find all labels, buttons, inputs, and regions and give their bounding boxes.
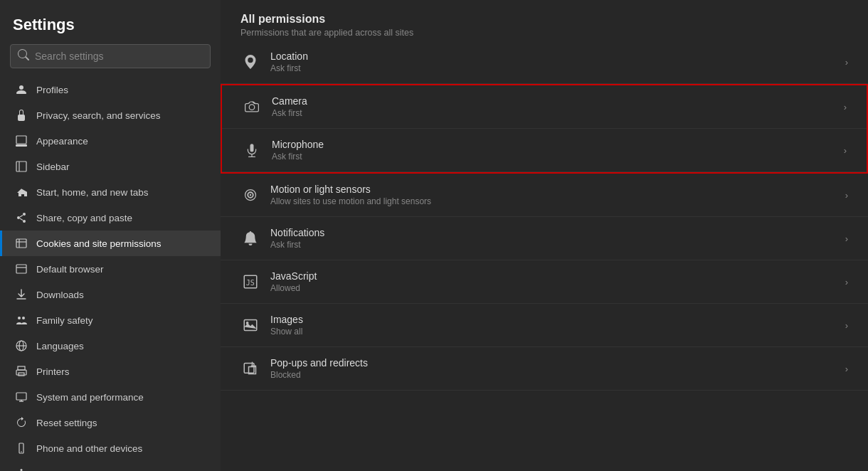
- reset-icon: [15, 416, 28, 429]
- images-icon: [240, 315, 260, 335]
- sidebar-item-printers[interactable]: Printers: [0, 359, 221, 384]
- section-subtitle: Permissions that are applied across all …: [240, 28, 848, 38]
- svg-text:JS: JS: [246, 279, 255, 287]
- images-desc: Show all: [270, 327, 838, 337]
- sidebar-item-label: Profiles: [36, 85, 68, 95]
- motion-desc: Allow sites to use motion and light sens…: [270, 196, 838, 206]
- permission-item-javascript[interactable]: JS JavaScript Allowed ›: [221, 260, 868, 304]
- sidebar-item-label: Default browser: [36, 264, 104, 275]
- sidebar-item-default-browser[interactable]: Default browser: [0, 256, 221, 282]
- location-text: Location Ask first: [270, 51, 838, 73]
- svg-point-6: [17, 216, 20, 219]
- main-content: All permissions Permissions that are app…: [221, 0, 868, 471]
- svg-rect-3: [16, 162, 26, 171]
- sidebar-item-reset[interactable]: Reset settings: [0, 410, 221, 435]
- popups-chevron: ›: [845, 364, 848, 374]
- popups-text: Pop-ups and redirects Blocked: [270, 357, 838, 380]
- javascript-name: JavaScript: [270, 270, 838, 282]
- sidebar-item-languages[interactable]: Languages: [0, 333, 221, 359]
- sidebar-item-sidebar[interactable]: Sidebar: [0, 154, 221, 179]
- location-chevron: ›: [845, 57, 848, 68]
- sidebar-item-label: Phone and other devices: [36, 443, 142, 454]
- permission-item-images[interactable]: Images Show all ›: [221, 304, 868, 347]
- sidebar-icon: [15, 160, 28, 173]
- popups-icon: [240, 359, 260, 379]
- svg-line-8: [20, 216, 23, 218]
- microphone-desc: Ask first: [272, 152, 837, 162]
- permission-item-motion[interactable]: Motion or light sensors Allow sites to u…: [221, 174, 868, 217]
- svg-point-35: [246, 322, 249, 324]
- microphone-icon: [242, 140, 262, 160]
- svg-rect-23: [16, 393, 26, 400]
- camera-chevron: ›: [844, 102, 847, 112]
- sidebar-item-label: Printers: [36, 366, 70, 377]
- sidebar-item-cookies[interactable]: Cookies and site permissions: [0, 231, 221, 256]
- sidebar-item-label: Reset settings: [36, 418, 97, 428]
- sidebar-item-label: System and performance: [36, 392, 144, 403]
- system-icon: [15, 391, 28, 403]
- motion-name: Motion or light sensors: [270, 184, 838, 195]
- images-name: Images: [270, 314, 838, 325]
- permission-item-notifications[interactable]: Notifications Ask first ›: [221, 217, 868, 260]
- camera-desc: Ask first: [272, 108, 837, 118]
- sidebar-item-share-copy[interactable]: Share, copy and paste: [0, 205, 221, 231]
- sidebar-item-label: Cookies and site permissions: [36, 238, 162, 249]
- appearance-icon: [15, 134, 28, 147]
- motion-chevron: ›: [845, 190, 848, 201]
- svg-point-7: [23, 220, 26, 223]
- sidebar-item-label: Downloads: [36, 290, 84, 300]
- sidebar: Settings Profiles Privacy, search, and s…: [0, 0, 221, 471]
- sidebar-item-family[interactable]: Family safety: [0, 307, 221, 333]
- svg-rect-10: [16, 239, 26, 248]
- notifications-chevron: ›: [845, 233, 848, 244]
- sidebar-item-profiles[interactable]: Profiles: [0, 77, 221, 102]
- search-input[interactable]: [35, 51, 203, 62]
- microphone-name: Microphone: [272, 139, 837, 150]
- sidebar-item-privacy[interactable]: Privacy, search, and services: [0, 102, 221, 128]
- svg-point-5: [23, 213, 26, 216]
- javascript-icon: JS: [240, 272, 260, 292]
- camera-icon: [242, 97, 262, 117]
- images-text: Images Show all: [270, 314, 838, 337]
- languages-icon: [15, 339, 28, 352]
- sidebar-item-phone[interactable]: Phone and other devices: [0, 435, 221, 461]
- permission-item-location[interactable]: Location Ask first ›: [221, 41, 868, 84]
- svg-point-0: [19, 85, 23, 90]
- browser-icon: [15, 263, 28, 275]
- svg-line-9: [20, 218, 23, 221]
- svg-point-16: [22, 317, 25, 319]
- section-header: All permissions Permissions that are app…: [221, 0, 868, 41]
- search-box[interactable]: [10, 44, 211, 68]
- camera-name: Camera: [272, 95, 837, 107]
- sidebar-item-appearance[interactable]: Appearance: [0, 128, 221, 154]
- sidebar-item-label: Family safety: [36, 315, 93, 326]
- sidebar-item-start-home[interactable]: Start, home, and new tabs: [0, 179, 221, 205]
- sidebar-item-label: Start, home, and new tabs: [36, 187, 149, 198]
- svg-point-15: [18, 317, 21, 319]
- share-icon: [15, 211, 28, 224]
- microphone-chevron: ›: [844, 145, 847, 156]
- search-icon: [18, 49, 29, 63]
- svg-rect-13: [16, 265, 26, 273]
- permission-item-microphone[interactable]: Microphone Ask first ›: [222, 129, 867, 172]
- permission-item-camera[interactable]: Camera Ask first ›: [222, 85, 867, 129]
- phone-icon: [15, 442, 28, 455]
- location-icon: [240, 52, 260, 72]
- sidebar-item-label: Privacy, search, and services: [36, 110, 161, 121]
- permissions-list: Location Ask first › Camera Ask first ›: [221, 41, 868, 405]
- permission-item-popups[interactable]: Pop-ups and redirects Blocked ›: [221, 347, 868, 391]
- printers-icon: [15, 365, 28, 378]
- sidebar-item-downloads[interactable]: Downloads: [0, 282, 221, 307]
- svg-point-31: [250, 194, 252, 196]
- popups-desc: Blocked: [270, 370, 838, 380]
- popups-name: Pop-ups and redirects: [270, 357, 838, 369]
- microphone-text: Microphone Ask first: [272, 139, 837, 162]
- javascript-chevron: ›: [845, 277, 848, 287]
- sidebar-item-label: Accessibility: [36, 469, 89, 472]
- svg-point-27: [21, 451, 22, 453]
- sidebar-item-system[interactable]: System and performance: [0, 384, 221, 410]
- sidebar-item-accessibility[interactable]: Accessibility: [0, 461, 221, 471]
- downloads-icon: [15, 288, 28, 301]
- notifications-text: Notifications Ask first: [270, 227, 838, 250]
- javascript-text: JavaScript Allowed: [270, 270, 838, 293]
